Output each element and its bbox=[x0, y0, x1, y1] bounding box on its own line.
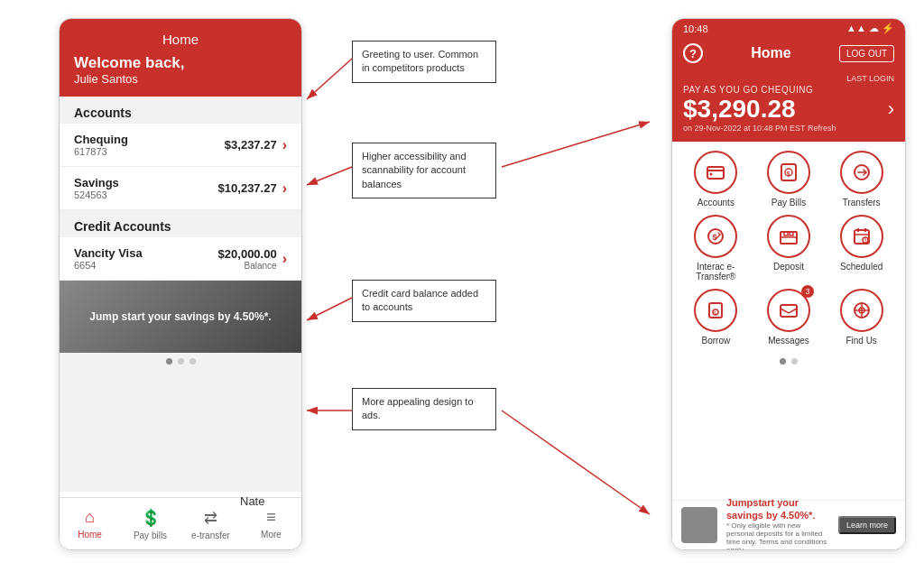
learn-more-button[interactable]: Learn more bbox=[838, 516, 896, 534]
svg-rect-20 bbox=[781, 305, 797, 317]
svg-text:$: $ bbox=[714, 310, 716, 316]
chequing-right: $3,237.27 › bbox=[225, 137, 287, 153]
grid-row-2: $ Interac e-Transfer® Deposit bbox=[679, 215, 898, 281]
grid-borrow[interactable]: $ Borrow bbox=[684, 289, 747, 346]
left-ad-text: Jump start your savings by 4.50%*. bbox=[82, 303, 278, 330]
visa-right: $20,000.00 Balance › bbox=[218, 247, 287, 271]
accounts-section-header: Accounts bbox=[60, 97, 301, 124]
last-login-link[interactable]: LAST LOGIN bbox=[683, 74, 894, 83]
grid-transfers[interactable]: Transfers bbox=[830, 151, 893, 208]
right-carousel-dots bbox=[679, 353, 898, 370]
visa-info: Vancity Visa 6654 bbox=[74, 246, 143, 271]
status-time: 10:48 bbox=[683, 23, 708, 34]
svg-line-28 bbox=[502, 122, 650, 167]
nav-etransfer[interactable]: ⇄ e-transfer bbox=[180, 508, 241, 540]
left-phone: Home Welcome back, Julie Santos Accounts… bbox=[59, 18, 302, 550]
username-text: Julie Santos bbox=[74, 72, 287, 86]
nate-label: Nate bbox=[240, 494, 264, 508]
welcome-text: Welcome back, bbox=[74, 54, 287, 72]
grid-interac[interactable]: $ Interac e-Transfer® bbox=[684, 215, 747, 281]
savings-row[interactable]: Savings 524563 $10,237.27 › bbox=[60, 167, 301, 210]
account-type: PAY AS YOU GO CHEQUING bbox=[683, 85, 894, 95]
grid-paybills[interactable]: $ Pay Bills bbox=[757, 151, 820, 208]
annotation-3: Credit card balance added to accounts bbox=[352, 280, 496, 322]
ad-title: Jumpstart your savings by 4.50%*. bbox=[726, 496, 829, 522]
right-phone-title: Home bbox=[751, 45, 790, 61]
more-icon: ≡ bbox=[266, 508, 276, 527]
svg-text:$: $ bbox=[786, 171, 790, 178]
visa-balance-label: Balance bbox=[218, 261, 277, 271]
savings-balance: $10,237.27 bbox=[218, 181, 277, 195]
messages-icon: 3 bbox=[767, 289, 810, 332]
grid-accounts[interactable]: Accounts bbox=[684, 151, 747, 208]
svg-line-26 bbox=[307, 59, 352, 99]
scheduled-label: Scheduled bbox=[840, 262, 882, 272]
annotation-3-text: Credit card balance added to accounts bbox=[362, 288, 478, 312]
scheduled-icon bbox=[840, 215, 883, 258]
visa-row[interactable]: Vancity Visa 6654 $20,000.00 Balance › bbox=[60, 237, 301, 281]
right-dot-2 bbox=[791, 358, 798, 364]
paybills-icon: $ bbox=[767, 151, 810, 194]
nav-home[interactable]: ⌂ Home bbox=[60, 508, 120, 540]
svg-rect-10 bbox=[790, 232, 793, 235]
annotation-1-text: Greeting to user. Common in competitors … bbox=[362, 49, 478, 73]
chequing-chevron: › bbox=[282, 137, 287, 153]
annotation-4-text: More appealing design to ads. bbox=[362, 396, 474, 420]
chequing-balance: $3,237.27 bbox=[225, 138, 277, 152]
accounts-icon bbox=[694, 151, 737, 194]
dot-1 bbox=[166, 358, 172, 364]
nav-paybills[interactable]: 💲 Pay bills bbox=[120, 508, 180, 540]
status-icons: ▲▲ ☁ ⚡ bbox=[846, 23, 894, 34]
status-bar: 10:48 ▲▲ ☁ ⚡ bbox=[672, 19, 905, 38]
svg-line-27 bbox=[307, 167, 352, 185]
svg-rect-0 bbox=[707, 167, 724, 179]
ad-sub: * Only eligible with new personal deposi… bbox=[726, 521, 829, 550]
chequing-name: Chequing bbox=[74, 133, 128, 146]
grid-deposit[interactable]: Deposit bbox=[757, 215, 820, 281]
home-label: Home bbox=[78, 530, 102, 540]
visa-balance: $20,000.00 bbox=[218, 247, 277, 261]
logout-button[interactable]: LOG OUT bbox=[839, 45, 894, 62]
left-ad-banner[interactable]: Jump start your savings by 4.50%*. bbox=[60, 281, 301, 353]
home-icon: ⌂ bbox=[85, 508, 95, 527]
right-phone: 10:48 ▲▲ ☁ ⚡ ? Home LOG OUT LAST LOGIN P… bbox=[671, 18, 906, 550]
interac-label: Interac e-Transfer® bbox=[684, 262, 747, 281]
annotation-2: Higher accessibility and scannability fo… bbox=[352, 143, 496, 198]
interac-icon: $ bbox=[694, 215, 737, 258]
ad-image bbox=[681, 507, 717, 543]
deposit-label: Deposit bbox=[773, 262, 804, 272]
chequing-row[interactable]: Chequing 617873 $3,237.27 › bbox=[60, 124, 301, 167]
transfers-label: Transfers bbox=[843, 198, 881, 208]
messages-label: Messages bbox=[768, 336, 809, 346]
ad-content: Jumpstart your savings by 4.50%*. * Only… bbox=[726, 496, 829, 550]
credit-section-header: Credit Accounts bbox=[60, 210, 301, 237]
savings-info: Savings 524563 bbox=[74, 176, 119, 200]
left-bottom-nav: ⌂ Home 💲 Pay bills ⇄ e-transfer ≡ More bbox=[60, 497, 301, 549]
right-ad-banner[interactable]: Jumpstart your savings by 4.50%*. * Only… bbox=[672, 500, 905, 549]
paybills-label: Pay bills bbox=[134, 530, 167, 540]
savings-name: Savings bbox=[74, 176, 119, 189]
carousel-dots bbox=[60, 353, 301, 370]
annotation-4: More appealing design to ads. bbox=[352, 388, 496, 430]
paybills-icon: 💲 bbox=[141, 508, 161, 528]
accounts-label: Accounts bbox=[698, 198, 735, 208]
balance-timestamp: on 29-Nov-2022 at 10:48 PM EST Refresh bbox=[683, 124, 894, 133]
right-grid-section: Accounts $ Pay Bills bbox=[672, 142, 905, 379]
dot-2 bbox=[178, 358, 184, 364]
grid-findus[interactable]: Find Us bbox=[830, 289, 893, 346]
grid-messages[interactable]: 3 Messages bbox=[757, 289, 820, 346]
transfers-icon bbox=[840, 151, 883, 194]
svg-line-31 bbox=[502, 411, 650, 514]
nav-more[interactable]: ≡ More bbox=[241, 508, 301, 540]
etransfer-label: e-transfer bbox=[191, 530, 230, 540]
grid-scheduled[interactable]: Scheduled bbox=[830, 215, 893, 281]
annotation-2-text: Higher accessibility and scannability fo… bbox=[362, 151, 467, 189]
visa-chevron: › bbox=[282, 251, 287, 267]
left-phone-title: Home bbox=[74, 32, 287, 47]
balance-chevron[interactable]: › bbox=[888, 97, 894, 121]
grid-row-3: $ Borrow 3 Messages bbox=[679, 289, 898, 346]
left-phone-body: Accounts Chequing 617873 $3,237.27 › Sav… bbox=[60, 97, 301, 492]
help-button[interactable]: ? bbox=[683, 43, 703, 63]
chequing-info: Chequing 617873 bbox=[74, 133, 128, 157]
annotation-1: Greeting to user. Common in competitors … bbox=[352, 41, 496, 83]
